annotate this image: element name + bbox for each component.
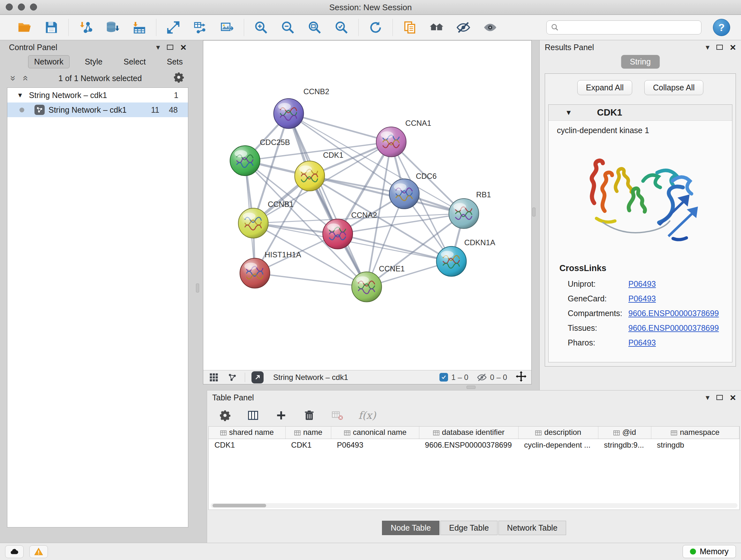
zoom-fit-button[interactable] <box>307 19 323 36</box>
table-horizontal-scrollbar[interactable] <box>211 503 738 508</box>
delete-table-icon[interactable] <box>330 408 344 422</box>
gene-collapse-icon[interactable]: ▼ <box>565 109 572 117</box>
help-button[interactable]: ? <box>713 19 730 36</box>
column-header-namespace[interactable]: namespace <box>651 427 739 439</box>
memory-button[interactable]: Memory <box>683 545 736 558</box>
cloud-status-button[interactable] <box>5 545 23 558</box>
table-settings-gear-icon[interactable] <box>218 408 232 422</box>
panel-float-icon[interactable] <box>717 45 723 50</box>
column-header-@id[interactable]: @id <box>598 427 651 439</box>
import-network-database-button[interactable] <box>105 19 120 36</box>
network-node-cdkn1a[interactable]: CDKN1A <box>436 238 495 276</box>
column-header-shared-name[interactable]: shared name <box>209 427 285 439</box>
network-item-row[interactable]: String Network – cdk1 11 48 <box>7 103 188 117</box>
network-collection-row[interactable]: ▼ String Network – cdk1 1 <box>7 88 188 103</box>
crosslink-link[interactable]: P06493 <box>628 294 656 303</box>
birdseye-view-icon[interactable] <box>226 371 239 383</box>
expand-all-button[interactable]: Expand All <box>577 80 632 95</box>
import-network-file-button[interactable] <box>77 19 93 36</box>
panel-close-icon[interactable]: × <box>180 44 186 51</box>
crosslink-link[interactable]: 9606.ENSP00000378699 <box>628 323 719 333</box>
network-edge[interactable] <box>288 114 391 142</box>
collapse-all-button[interactable]: Collapse All <box>644 80 703 95</box>
open-in-new-window-icon[interactable] <box>252 371 264 383</box>
search-box[interactable] <box>546 20 701 35</box>
panel-menu-icon[interactable]: ▾ <box>156 43 160 52</box>
network-node-ccna1[interactable]: CCNA1 <box>376 119 431 157</box>
add-column-icon[interactable] <box>274 408 288 422</box>
tab-edge-table[interactable]: Edge Table <box>441 521 497 535</box>
panel-float-icon[interactable] <box>167 45 173 50</box>
table-cell[interactable]: CDK1 <box>209 439 285 451</box>
copy-view-button[interactable] <box>402 19 418 36</box>
network-options-gear-icon[interactable] <box>173 71 185 85</box>
table-cell[interactable]: P06493 <box>331 439 419 451</box>
delete-column-trash-icon[interactable] <box>302 408 316 422</box>
tab-node-table[interactable]: Node Table <box>382 521 440 535</box>
expand-all-networks-icon[interactable]: » <box>21 76 28 81</box>
network-node-cdc6[interactable]: CDC6 <box>389 172 436 209</box>
collection-expand-icon[interactable]: ▼ <box>17 91 23 99</box>
scrollbar-thumb[interactable] <box>212 504 266 507</box>
pan-tool-icon[interactable] <box>515 371 527 384</box>
table-cell[interactable]: 9606.ENSP00000378699 <box>419 439 519 451</box>
function-builder-icon[interactable]: f(x) <box>358 409 376 422</box>
crosslink-link[interactable]: 9606.ENSP00000378699 <box>628 309 719 318</box>
crosslink-link[interactable]: P06493 <box>628 338 656 348</box>
network-edge[interactable] <box>255 273 367 287</box>
right-splitter-handle[interactable] <box>532 207 536 216</box>
minimize-window-button[interactable] <box>18 3 25 10</box>
warnings-button[interactable] <box>29 545 48 558</box>
refresh-view-button[interactable] <box>367 19 384 36</box>
network-canvas[interactable]: CCNB2CCNA1CDC25BCDK1CDC6RB1CCNB1CCNA2CDK… <box>203 41 531 370</box>
save-session-button[interactable] <box>44 19 59 36</box>
show-columns-icon[interactable] <box>246 408 260 422</box>
hide-details-button[interactable] <box>455 19 471 36</box>
table-cell[interactable]: CDK1 <box>285 439 331 451</box>
tab-string[interactable]: String <box>621 55 660 69</box>
selected-checkbox-icon[interactable] <box>440 373 448 381</box>
show-details-button[interactable] <box>482 19 498 36</box>
table-row[interactable]: CDK1CDK1P064939606.ENSP00000378699cyclin… <box>209 439 739 451</box>
collapse-all-networks-icon[interactable]: » <box>10 76 17 81</box>
network-from-table-button[interactable] <box>192 19 208 36</box>
tab-style[interactable]: Style <box>79 56 109 68</box>
grid-view-icon[interactable] <box>208 371 220 383</box>
panel-menu-icon[interactable]: ▾ <box>705 393 710 402</box>
panel-float-icon[interactable] <box>717 395 723 400</box>
panel-close-icon[interactable]: × <box>730 394 736 401</box>
close-window-button[interactable] <box>6 3 13 10</box>
tab-network-table[interactable]: Network Table <box>498 521 566 535</box>
bottom-splitter-handle[interactable] <box>467 386 475 389</box>
column-header-description[interactable]: description <box>518 427 598 439</box>
zoom-selected-button[interactable] <box>333 19 349 36</box>
open-session-button[interactable] <box>17 19 32 36</box>
network-node-rb1[interactable]: RB1 <box>449 190 491 229</box>
gene-header[interactable]: ▼ CDK1 <box>549 105 732 121</box>
left-splitter-handle[interactable] <box>196 284 199 293</box>
export-image-button[interactable] <box>219 19 235 36</box>
import-table-file-button[interactable] <box>131 19 147 36</box>
column-header-canonical-name[interactable]: canonical name <box>331 427 419 439</box>
tab-sets[interactable]: Sets <box>161 56 189 68</box>
column-header-name[interactable]: name <box>285 427 331 439</box>
string-home-button[interactable] <box>428 19 445 36</box>
zoom-in-button[interactable] <box>253 19 269 36</box>
search-input[interactable] <box>562 23 697 32</box>
zoom-window-button[interactable] <box>30 3 37 10</box>
table-cell[interactable]: cyclin-dependent ... <box>518 439 598 451</box>
column-header-database-identifier[interactable]: database identifier <box>419 427 519 439</box>
new-network-button[interactable] <box>165 19 181 36</box>
tab-select[interactable]: Select <box>118 56 151 68</box>
table-cell[interactable]: stringdb:9... <box>598 439 651 451</box>
crosslink-link[interactable]: P06493 <box>628 279 656 289</box>
zoom-out-button[interactable] <box>280 19 296 36</box>
table-cell[interactable]: stringdb <box>651 439 739 451</box>
table-header-row: shared namenamecanonical namedatabase id… <box>209 427 739 439</box>
network-edge[interactable] <box>288 114 367 287</box>
panel-menu-icon[interactable]: ▾ <box>705 43 710 52</box>
network-node-hist1h1a[interactable]: HIST1H1A <box>240 250 301 288</box>
network-edge[interactable] <box>338 234 451 261</box>
tab-network[interactable]: Network <box>28 55 70 68</box>
panel-close-icon[interactable]: × <box>730 44 736 51</box>
